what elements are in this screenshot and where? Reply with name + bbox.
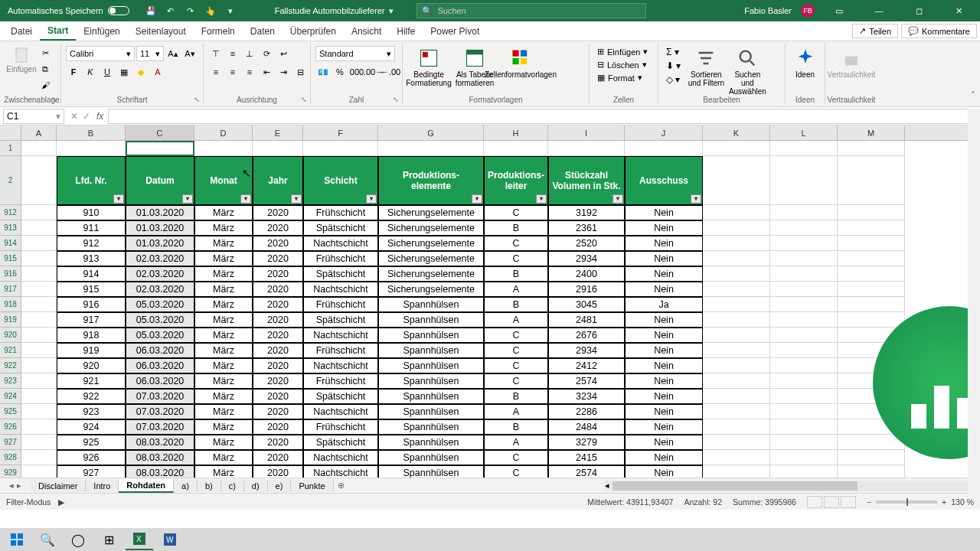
table-cell[interactable]: Nein [625, 373, 703, 389]
sheet-tab-b[interactable]: b) [198, 480, 221, 492]
dialog-launcher-icon[interactable]: ⤡ [393, 96, 400, 103]
table-cell[interactable]: Nein [625, 465, 703, 478]
table-cell[interactable]: 920 [57, 358, 126, 373]
table-cell[interactable]: 913 [57, 251, 126, 266]
table-cell[interactable]: März [194, 205, 253, 220]
zoom-slider[interactable] [876, 500, 937, 504]
sheet-tab-rohdaten[interactable]: Rohdaten [119, 479, 174, 493]
table-cell[interactable]: 05.03.2020 [126, 312, 194, 328]
delete-cells-button[interactable]: ⊟ Löschen ▾ [594, 59, 651, 70]
table-cell[interactable]: Nein [625, 205, 703, 220]
align-middle-icon[interactable]: ≡ [225, 46, 240, 61]
table-cell[interactable]: 2400 [548, 266, 625, 282]
customize-qat-icon[interactable]: ▾ [224, 5, 237, 17]
table-cell[interactable]: Spannhülsen [378, 465, 484, 478]
spreadsheet-grid[interactable]: A B C D E F G H I J K L M 1 2 Lfd. Nr.▾ … [0, 126, 980, 478]
table-cell[interactable]: Nein [625, 404, 703, 419]
wrap-text-icon[interactable]: ↩ [276, 46, 291, 61]
table-cell[interactable]: 2020 [253, 373, 303, 389]
maximize-icon[interactable]: ◻ [903, 0, 934, 21]
table-cell[interactable]: Nein [625, 450, 703, 465]
table-cell[interactable]: 2020 [253, 266, 303, 282]
table-cell[interactable]: 921 [57, 373, 126, 389]
filter-icon[interactable]: ▾ [472, 194, 482, 204]
table-cell[interactable]: 08.03.2020 [126, 465, 194, 478]
tab-help[interactable]: Hilfe [389, 23, 423, 40]
dialog-launcher-icon[interactable]: ⤡ [194, 96, 201, 103]
conditional-format-button[interactable]: Bedingte Formatierung [407, 46, 450, 87]
table-cell[interactable]: Frühschicht [303, 297, 378, 312]
table-cell[interactable]: 05.03.2020 [126, 297, 194, 312]
redo-icon[interactable]: ↷ [185, 5, 197, 17]
table-cell[interactable]: 06.03.2020 [126, 373, 194, 389]
grow-font-icon[interactable]: A▴ [165, 46, 181, 61]
table-cell[interactable]: B [484, 297, 548, 312]
underline-button[interactable]: U [100, 64, 115, 80]
search-taskbar-icon[interactable]: 🔍 [34, 529, 61, 550]
tab-file[interactable]: Datei [3, 23, 40, 40]
table-cell[interactable]: 925 [57, 435, 126, 450]
table-cell[interactable]: 08.03.2020 [126, 435, 194, 450]
fx-icon[interactable]: fx [96, 111, 108, 122]
table-cell[interactable]: Nein [625, 343, 703, 358]
col-header-d[interactable]: D [194, 126, 253, 140]
percent-format-icon[interactable]: % [332, 64, 348, 80]
accounting-format-icon[interactable]: 💶 [315, 64, 331, 80]
row-header[interactable]: 924 [0, 389, 21, 404]
table-cell[interactable]: 02.03.2020 [126, 282, 194, 297]
table-cell[interactable]: Spätschicht [303, 389, 378, 404]
table-cell[interactable]: 2020 [253, 312, 303, 328]
row-header[interactable]: 926 [0, 419, 21, 435]
table-cell[interactable]: 912 [57, 236, 126, 251]
table-cell[interactable]: 2415 [548, 450, 625, 465]
table-cell[interactable]: 2934 [548, 251, 625, 266]
table-cell[interactable]: 924 [57, 419, 126, 435]
table-cell[interactable]: März [194, 282, 253, 297]
formula-input[interactable] [108, 109, 980, 124]
row-header[interactable]: 922 [0, 358, 21, 373]
filter-icon[interactable]: ▾ [113, 194, 124, 204]
find-select-button[interactable]: Suchen und Auswählen [728, 46, 766, 96]
col-header-c[interactable]: C [126, 126, 194, 140]
table-cell[interactable]: 3192 [548, 205, 625, 220]
table-cell[interactable]: 3279 [548, 435, 625, 450]
sheet-tab-intro[interactable]: Intro [86, 480, 119, 492]
table-cell[interactable]: Spannhülsen [378, 312, 484, 328]
select-all-triangle[interactable] [0, 126, 21, 140]
col-header-e[interactable]: E [253, 126, 303, 140]
table-cell[interactable]: 2361 [548, 220, 625, 236]
table-cell[interactable]: Spannhülsen [378, 435, 484, 450]
table-cell[interactable]: Nachtschicht [303, 404, 378, 419]
table-cell[interactable]: Nein [625, 435, 703, 450]
row-header[interactable]: 920 [0, 328, 21, 343]
col-header-a[interactable]: A [21, 126, 57, 140]
table-cell[interactable]: A [484, 435, 548, 450]
format-as-table-button[interactable]: Als Tabelle formatieren [453, 46, 496, 87]
table-cell[interactable]: Spannhülsen [378, 419, 484, 435]
table-cell[interactable]: 2020 [253, 358, 303, 373]
sheet-tab-a[interactable]: a) [174, 480, 198, 492]
table-header-monat[interactable]: Monat▾ [194, 156, 253, 205]
italic-button[interactable]: K [83, 64, 98, 80]
shrink-font-icon[interactable]: A▾ [182, 46, 198, 61]
table-cell[interactable]: 911 [57, 220, 126, 236]
col-header-h[interactable]: H [484, 126, 548, 140]
table-cell[interactable]: 2020 [253, 236, 303, 251]
bold-button[interactable]: F [66, 64, 81, 80]
table-cell[interactable]: 2020 [253, 205, 303, 220]
tab-home[interactable]: Start [40, 22, 76, 41]
table-cell[interactable]: 07.03.2020 [126, 419, 194, 435]
table-cell[interactable]: 2020 [253, 419, 303, 435]
filter-icon[interactable]: ▾ [691, 194, 701, 204]
tab-formulas[interactable]: Formeln [194, 23, 243, 40]
tab-pagelayout[interactable]: Seitenlayout [128, 23, 194, 40]
table-cell[interactable]: 3234 [548, 389, 625, 404]
align-right-icon[interactable]: ≡ [242, 64, 257, 80]
view-pagelayout-icon[interactable] [824, 496, 839, 508]
table-cell[interactable]: Nein [625, 358, 703, 373]
table-cell[interactable]: Spannhülsen [378, 358, 484, 373]
table-cell[interactable]: Nein [625, 312, 703, 328]
decrease-indent-icon[interactable]: ⇤ [259, 64, 274, 80]
excel-taskbar-icon[interactable]: X [126, 529, 153, 550]
collapse-ribbon-icon[interactable]: ˄ [971, 90, 975, 100]
